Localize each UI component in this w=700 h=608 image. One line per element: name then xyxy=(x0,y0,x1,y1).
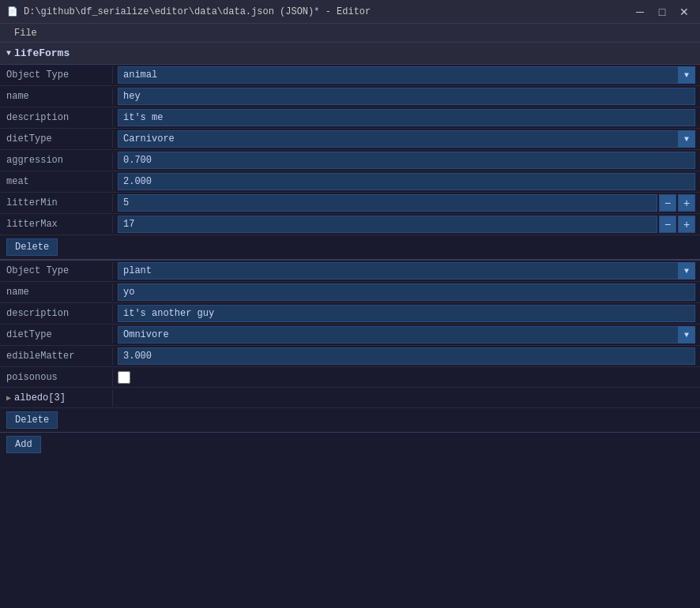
record-1: Object Type animal plant fungus ▼ name xyxy=(0,65,700,259)
record1-object-type-value: animal plant fungus ▼ xyxy=(113,65,700,85)
record1-littermin-wrapper: − + xyxy=(118,194,695,212)
editor-container: ▼ lifeForms Object Type animal plant fun… xyxy=(0,43,700,608)
maximize-button[interactable]: □ xyxy=(653,4,672,20)
record2-description-row: description xyxy=(0,303,700,325)
record1-littermax-label: litterMax xyxy=(0,216,113,233)
record2-albedo-arrow: ▶ xyxy=(6,393,11,403)
record2-poisonous-value xyxy=(113,370,700,385)
record1-aggression-label: aggression xyxy=(0,152,113,169)
record1-littermax-decrement[interactable]: − xyxy=(659,216,676,233)
record2-delete-row: Delete xyxy=(0,408,700,432)
record2-diettype-label: dietType xyxy=(0,326,113,343)
record2-delete-button[interactable]: Delete xyxy=(6,411,58,429)
titlebar-controls: ─ □ ✕ xyxy=(630,4,694,20)
lifeforms-section-header[interactable]: ▼ lifeForms xyxy=(0,43,700,65)
record2-description-value xyxy=(113,303,700,324)
record1-meat-value xyxy=(113,171,700,192)
record2-object-type-value: animal plant fungus ▼ xyxy=(113,261,700,281)
record1-littermin-label: litterMin xyxy=(0,194,113,212)
record2-poisonous-row: poisonous xyxy=(0,367,700,388)
record2-object-type-row: Object Type animal plant fungus ▼ xyxy=(0,261,700,282)
section-arrow: ▼ xyxy=(6,49,11,58)
record1-diettype-select-wrapper: Carnivore Herbivore Omnivore ▼ xyxy=(118,130,695,148)
record1-littermax-value: − + xyxy=(113,214,700,235)
record1-delete-button[interactable]: Delete xyxy=(6,238,58,256)
record2-description-label: description xyxy=(0,305,113,322)
record1-description-label: description xyxy=(0,109,113,126)
record2-poisonous-checkbox[interactable] xyxy=(118,371,130,384)
file-menu[interactable]: File xyxy=(6,26,45,40)
record2-diettype-value: Carnivore Herbivore Omnivore ▼ xyxy=(113,325,700,345)
record2-object-type-select[interactable]: animal plant fungus xyxy=(118,262,695,280)
close-button[interactable]: ✕ xyxy=(675,4,694,20)
record1-diettype-label: dietType xyxy=(0,130,113,148)
record1-aggression-input[interactable] xyxy=(118,152,695,169)
record1-aggression-value xyxy=(113,150,700,171)
record2-albedo-row: ▶ albedo[3] xyxy=(0,388,700,408)
record2-ediblematter-row: edibleMatter xyxy=(0,346,700,367)
record2-albedo-label: ▶ albedo[3] xyxy=(0,389,113,407)
record1-aggression-row: aggression xyxy=(0,150,700,171)
record1-diettype-value: Carnivore Herbivore Omnivore ▼ xyxy=(113,129,700,149)
record2-albedo-value xyxy=(113,396,700,400)
record1-diettype-row: dietType Carnivore Herbivore Omnivore ▼ xyxy=(0,129,700,150)
record1-description-value xyxy=(113,107,700,128)
record2-description-input[interactable] xyxy=(118,305,695,322)
record1-diettype-select[interactable]: Carnivore Herbivore Omnivore xyxy=(118,130,695,148)
record1-littermax-wrapper: − + xyxy=(118,216,695,233)
record2-diettype-select[interactable]: Carnivore Herbivore Omnivore xyxy=(118,326,695,343)
titlebar: 📄 D:\github\df_serialize\editor\data\dat… xyxy=(0,0,700,24)
section-label: lifeForms xyxy=(14,47,70,59)
record-2: Object Type animal plant fungus ▼ name xyxy=(0,259,700,432)
record2-albedo-tree-item: ▶ albedo[3] xyxy=(6,392,106,403)
record1-name-row: name xyxy=(0,86,700,107)
add-row: Add xyxy=(0,432,700,456)
record1-object-type-row: Object Type animal plant fungus ▼ xyxy=(0,65,700,86)
record1-description-row: description xyxy=(0,107,700,129)
record2-diettype-select-wrapper: Carnivore Herbivore Omnivore ▼ xyxy=(118,326,695,343)
record2-ediblematter-input[interactable] xyxy=(118,347,695,365)
record1-littermin-value: − + xyxy=(113,193,700,213)
record1-littermin-input[interactable] xyxy=(118,194,657,212)
record2-albedo-text: albedo[3] xyxy=(14,392,66,403)
menubar: File xyxy=(0,24,700,43)
record1-littermin-increment[interactable]: + xyxy=(678,194,695,212)
record1-littermin-decrement[interactable]: − xyxy=(659,194,676,212)
record1-littermax-increment[interactable]: + xyxy=(678,216,695,233)
record1-description-input[interactable] xyxy=(118,109,695,126)
record1-meat-input[interactable] xyxy=(118,173,695,190)
record2-object-type-select-wrapper: animal plant fungus ▼ xyxy=(118,262,695,280)
record2-ediblematter-value xyxy=(113,346,700,366)
titlebar-left: 📄 D:\github\df_serialize\editor\data\dat… xyxy=(6,6,371,18)
record1-name-value xyxy=(113,86,700,107)
record2-poisonous-label: poisonous xyxy=(0,369,113,386)
minimize-button[interactable]: ─ xyxy=(630,4,649,20)
titlebar-text: D:\github\df_serialize\editor\data\data.… xyxy=(24,6,371,17)
record2-name-label: name xyxy=(0,283,113,301)
record1-littermax-input[interactable] xyxy=(118,216,657,233)
record1-delete-row: Delete xyxy=(0,235,700,259)
record1-object-type-select[interactable]: animal plant fungus xyxy=(118,66,695,84)
record2-name-input[interactable] xyxy=(118,283,695,301)
add-button[interactable]: Add xyxy=(6,436,41,453)
record1-name-label: name xyxy=(0,88,113,105)
file-icon: 📄 xyxy=(6,6,19,18)
record1-object-type-select-wrapper: animal plant fungus ▼ xyxy=(118,66,695,84)
record1-meat-label: meat xyxy=(0,173,113,190)
record1-name-input[interactable] xyxy=(118,88,695,105)
record2-name-value xyxy=(113,282,700,302)
record2-ediblematter-label: edibleMatter xyxy=(0,347,113,365)
record2-object-type-label: Object Type xyxy=(0,262,113,280)
record1-meat-row: meat xyxy=(0,171,700,193)
record2-diettype-row: dietType Carnivore Herbivore Omnivore ▼ xyxy=(0,325,700,346)
record1-littermin-row: litterMin − + xyxy=(0,193,700,214)
record2-name-row: name xyxy=(0,282,700,303)
record1-object-type-label: Object Type xyxy=(0,66,113,84)
record1-littermax-row: litterMax − + xyxy=(0,214,700,235)
